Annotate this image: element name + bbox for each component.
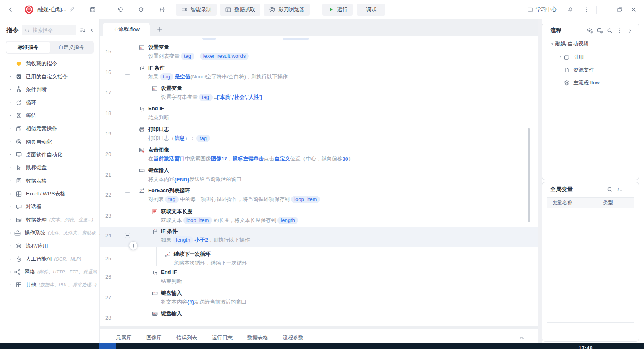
bottom-tab-5[interactable]: 数据表格 (247, 334, 268, 341)
redo-button[interactable] (136, 4, 147, 15)
sidebar-item-6[interactable]: 相似元素操作 (0, 122, 99, 135)
expand-panel-icon[interactable] (518, 335, 525, 341)
sidebar-item-16[interactable]: 人工智能AI(OCR、NLP) (0, 253, 99, 265)
flow-tree-item-3[interactable]: 资源文件 (542, 64, 639, 76)
add-variable-icon[interactable]: f (617, 186, 623, 193)
flow-step-17[interactable]: 17fx设置变量设置字符串变量 tag =['本质','社会','人性'] (100, 84, 538, 103)
param-link[interactable]: 是空值 (175, 73, 190, 80)
collapse-toggle[interactable] (125, 233, 130, 238)
panel-resize-gutter[interactable] (100, 326, 538, 329)
maximize-button[interactable] (614, 4, 625, 15)
back-button[interactable] (5, 4, 16, 15)
run-button[interactable]: 运行 (322, 4, 353, 16)
param-link[interactable]: 信息 (174, 135, 185, 142)
toolbar-button-1[interactable]: 智能录制 (176, 4, 217, 16)
bottom-tab-3[interactable]: 错误列表 (176, 334, 197, 341)
param-link[interactable]: 30 (342, 156, 348, 162)
command-search-box[interactable] (22, 25, 76, 35)
learn-center-button[interactable]: 学习中心 (527, 6, 557, 13)
flow-step-28[interactable]: 28键盘输入 (100, 310, 538, 326)
sidebar-item-17[interactable]: 网络(邮件、HTTP、FTP、群通知...) (0, 265, 99, 278)
flow-step-16[interactable]: 16IF 条件如果 tag 是空值(None/空字符串/空白符)，则执行以下操作 (100, 64, 538, 82)
param-link[interactable]: 鼠标左键单击 (232, 155, 264, 162)
sidebar-item-11[interactable]: Excel / WPS表格 (0, 187, 99, 200)
variable-pill[interactable]: tag (199, 94, 213, 101)
variables-button[interactable] (157, 4, 168, 15)
sidebar-item-15[interactable]: 流程/应用 (0, 239, 99, 252)
command-tab-1[interactable]: 标准指令 (6, 42, 50, 53)
tab-main-flow[interactable]: 主流程.flow (103, 23, 150, 36)
more-icon[interactable] (627, 186, 633, 193)
sidebar-item-7[interactable]: 网页自动化 (0, 135, 99, 148)
more-menu-button[interactable] (581, 4, 592, 15)
sidebar-item-8[interactable]: 桌面软件自动化 (0, 148, 99, 161)
minimize-button[interactable] (601, 4, 612, 15)
sidebar-item-10[interactable]: 数据表格 (0, 174, 99, 187)
bottom-tab-2[interactable]: 图像库 (146, 334, 162, 341)
collapse-toggle[interactable] (125, 70, 130, 75)
param-link[interactable]: ['本质','社会','人性'] (217, 94, 262, 101)
right-resize-gutter[interactable] (538, 19, 542, 343)
flow-tree-item-2[interactable]: 引用 (542, 50, 639, 63)
variable-pill[interactable]: tag (165, 196, 179, 203)
collapse-sidebar-icon[interactable] (89, 27, 95, 33)
taskbar-active-app[interactable] (99, 343, 116, 349)
variable-pill[interactable]: loop_item (183, 217, 212, 224)
flow-scrollbar[interactable] (528, 128, 530, 222)
flow-step-23[interactable]: 23获取文本长度获取文本 loop_item 的长度，将文本长度保存到 leng… (100, 207, 538, 226)
rename-icon[interactable] (69, 6, 75, 12)
flow-step-21[interactable]: 21键盘输入将文本内容{END}发送给当前激活的窗口 (100, 166, 538, 185)
param-link[interactable]: 自定义 (274, 155, 290, 162)
search-icon[interactable] (607, 27, 613, 34)
flow-step-22[interactable]: 22ForEach列表循环对列表 tag 中的每一项进行循环操作，将当前循环项保… (100, 187, 538, 205)
bottom-tab-1[interactable]: 元素库 (116, 334, 132, 341)
undo-button[interactable] (115, 4, 126, 15)
flow-step-19[interactable]: 19打印日志打印日志（信息）： tag (100, 125, 538, 144)
collapse-panel-icon[interactable] (627, 27, 633, 34)
variable-pill[interactable]: lexer_result.words (200, 53, 249, 60)
sidebar-item-14[interactable]: 操作系统(文件、文件夹、剪贴板...) (0, 226, 99, 239)
debug-button[interactable]: 调试 (357, 4, 385, 16)
toolbar-button-3[interactable]: 影刀浏览器 (264, 4, 310, 16)
sidebar-item-1[interactable]: 我收藏的指令 (0, 57, 99, 70)
variable-pill[interactable]: length (277, 217, 298, 224)
sidebar-item-5[interactable]: 等待 (0, 109, 99, 122)
sidebar-item-13[interactable]: 数据处理(文本、列表、变量...) (0, 214, 99, 226)
bottom-tab-4[interactable]: 运行日志 (212, 334, 233, 341)
variable-pill[interactable]: tag (160, 73, 173, 80)
save-button[interactable] (87, 4, 98, 15)
new-tab-button[interactable] (153, 23, 167, 36)
search-icon[interactable] (607, 186, 613, 193)
sidebar-item-3[interactable]: 条件判断 (0, 83, 99, 96)
bottom-tab-6[interactable]: 流程参数 (283, 334, 303, 341)
command-tab-2[interactable]: 自定义指令 (50, 42, 93, 53)
insert-step-button[interactable] (129, 241, 138, 250)
param-link[interactable]: 小于2 (194, 236, 208, 244)
more-icon[interactable] (617, 27, 623, 34)
param-link[interactable]: 图像17 (211, 155, 227, 162)
param-link[interactable]: 当前激活窗口 (153, 155, 185, 162)
sidebar-item-2[interactable]: 已用的自定义指令 (0, 70, 99, 83)
add-python-icon[interactable] (597, 27, 603, 34)
sidebar-item-9[interactable]: 鼠标键盘 (0, 161, 99, 174)
flow-step-15[interactable]: 15fx设置变量设置列表变量 tag = lexer_result.words (100, 43, 538, 62)
sidebar-item-18[interactable]: 其他(数据库、PDF、异常处理...) (0, 279, 99, 292)
close-button[interactable] (628, 4, 639, 15)
variable-pill[interactable]: tag (196, 135, 210, 142)
flow-tree-item-1[interactable]: 融媒-自动视频 (542, 37, 639, 50)
variable-pill[interactable]: loop_item (291, 196, 320, 203)
flow-step-25[interactable]: 25继续下一次循环忽略本次循环，继续下一次循环 (100, 250, 538, 269)
flow-step-27[interactable]: 27键盘输入将文本内容{#}发送给当前激活的窗口 (100, 289, 538, 308)
add-flow-icon[interactable] (586, 27, 593, 34)
flow-step-18[interactable]: 18End IF结束判断 (100, 105, 538, 123)
sidebar-item-12[interactable]: 对话框 (0, 200, 99, 213)
command-search-input[interactable] (32, 27, 60, 33)
toolbar-button-2[interactable]: 数据抓取 (220, 4, 260, 16)
collapse-toggle[interactable] (125, 192, 130, 197)
flow-tree-item-4[interactable]: 主流程.flow (542, 76, 639, 89)
flow-step-26[interactable]: 26End IF结束判断 (100, 269, 538, 287)
variable-pill[interactable]: length (173, 236, 193, 244)
param-link[interactable]: {END} (174, 177, 190, 183)
notifications-button[interactable] (565, 4, 576, 15)
sidebar-item-4[interactable]: 循环 (0, 96, 99, 109)
